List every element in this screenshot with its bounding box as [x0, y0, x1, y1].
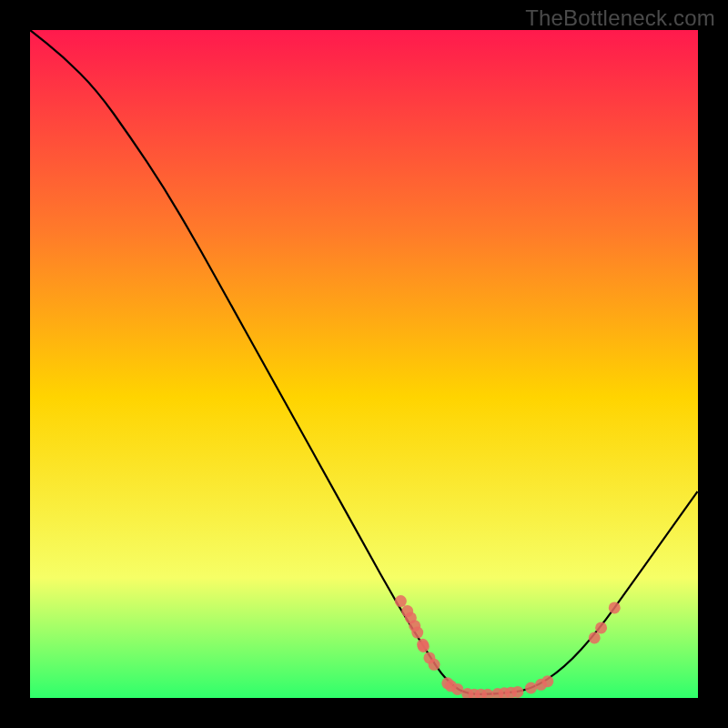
- data-dot: [395, 595, 407, 607]
- chart-svg: [30, 30, 698, 698]
- chart-container: TheBottleneck.com: [0, 0, 728, 728]
- data-dot: [418, 641, 430, 652]
- data-dot: [589, 632, 601, 643]
- data-dot: [511, 686, 523, 698]
- data-dot: [411, 627, 423, 639]
- data-dot: [609, 602, 621, 613]
- data-dot: [525, 682, 537, 693]
- plot-area: [30, 30, 698, 698]
- gradient-bg: [30, 30, 698, 698]
- watermark-text: TheBottleneck.com: [525, 5, 715, 31]
- data-dot: [429, 659, 440, 671]
- data-dot: [541, 675, 553, 687]
- data-dot: [595, 622, 607, 633]
